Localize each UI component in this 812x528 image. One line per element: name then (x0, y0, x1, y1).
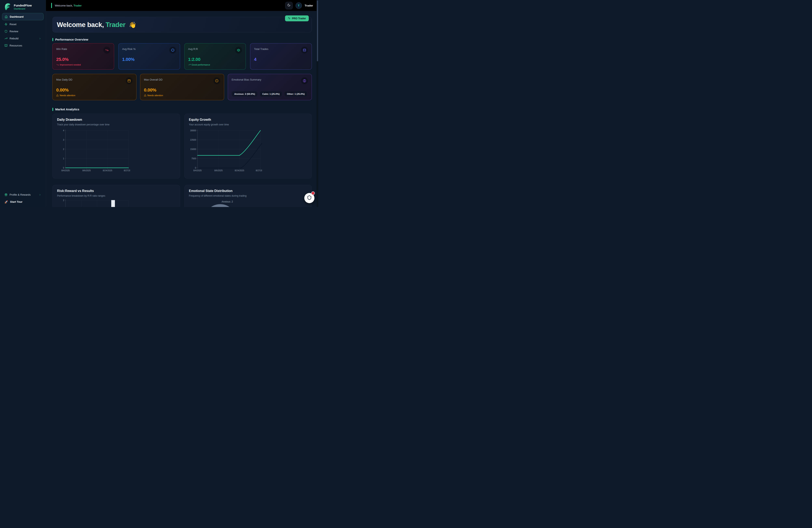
card-top: Max Overall DD (144, 77, 220, 84)
section-performance-overview: Performance Overview (53, 38, 312, 41)
chart-subtitle: Performance breakdown by R:R ratio range… (57, 194, 175, 197)
wave-emoji: 👋 (129, 21, 136, 28)
sidebar-item-label: Reset (10, 23, 16, 26)
svg-text:8/4/2025: 8/4/2025 (61, 169, 70, 172)
kpi-status-text: Needs attention (147, 94, 163, 97)
kpi-label: Max Overall DD (144, 78, 163, 81)
svg-text:15000: 15000 (190, 148, 196, 150)
fundedflow-logo-icon (3, 2, 12, 11)
pro-trader-badge: PRO Trader (285, 15, 309, 21)
equity-growth-line-chart: 8/4/20258/6/20258/24/20258/27/2025075001… (189, 129, 262, 174)
trending-up-icon (4, 37, 8, 40)
sidebar: FundedFlow Dashboard Dashboard Reset (0, 0, 46, 207)
kpi-value: 25.0% (56, 57, 110, 62)
kpi-label: Avg R:R (188, 47, 198, 50)
card-top: Max Daily DD (56, 77, 133, 84)
alert-circle-icon (213, 77, 220, 84)
sidebar-item-label: Start Tour (10, 200, 22, 203)
banner-name: Trader (105, 21, 126, 28)
chart-title: Equity Growth (189, 118, 307, 121)
kpi-card-max-overall-dd: Max Overall DD 0.00% Needs attention (140, 74, 224, 100)
emotional-state-pie-chart (204, 204, 236, 207)
chart-card-daily-drawdown: Daily Drawdown Track your daily drawdown… (53, 114, 180, 179)
alert-triangle-icon (56, 94, 59, 97)
chart-subtitle: Your account equity growth over time (189, 123, 307, 126)
bias-pill-anxious: Anxious: 2 (50.0%) (232, 91, 258, 97)
sidebar-item-rebuild[interactable]: Rebuild (2, 35, 44, 42)
section-market-analytics: Market Analytics (53, 107, 312, 111)
svg-text:8/6/2025: 8/6/2025 (83, 169, 91, 172)
svg-text:8/27/2025: 8/27/2025 (124, 169, 130, 172)
kpi-label: Emotional Bias Summary (232, 78, 261, 81)
card-emotional-bias-summary: Emotional Bias Summary Anxious: 2 (50.0%… (228, 74, 312, 100)
book-open-icon (4, 44, 8, 47)
kpi-status: Needs attention (56, 94, 133, 97)
alert-triangle-icon (144, 94, 146, 97)
svg-text:7500: 7500 (191, 157, 196, 160)
svg-text:1: 1 (63, 157, 64, 160)
target-icon (169, 47, 176, 54)
sidebar-item-start-tour[interactable]: 🚀 Start Tour (2, 199, 44, 205)
welcome-prefix: Welcome back, (55, 4, 73, 7)
svg-text:8/4/2025: 8/4/2025 (193, 169, 202, 172)
theme-toggle-button[interactable] (285, 2, 293, 9)
chart-subtitle: Track your daily drawdown percentage ove… (57, 123, 175, 126)
svg-text:8/6/2025: 8/6/2025 (214, 169, 222, 172)
svg-text:8/24/2025: 8/24/2025 (103, 169, 112, 172)
user-name: Trader (305, 4, 313, 7)
security-fab-button[interactable] (304, 193, 315, 203)
trending-up-icon (188, 63, 191, 66)
svg-text:22500: 22500 (190, 138, 196, 141)
chart-title: Risk:Reward vs Results (57, 189, 175, 193)
brand-name: FundedFlow (14, 4, 32, 7)
section-accent-bar (53, 38, 53, 41)
kpi-card-total-trades: Total Trades 4 (250, 43, 312, 70)
brand-subtitle: Dashboard (14, 8, 32, 10)
sidebar-item-resources[interactable]: Resources (2, 42, 44, 49)
svg-text:3: 3 (63, 138, 64, 141)
kpi-status: Needs attention (144, 94, 220, 97)
section-title: Market Analytics (55, 107, 79, 111)
risk-grid: Max Daily DD 0.00% Needs attention Max O… (53, 74, 312, 100)
sidebar-item-dashboard[interactable]: Dashboard (2, 13, 44, 20)
kpi-value: 1.00% (122, 57, 176, 62)
avatar[interactable]: T (295, 2, 302, 9)
trending-down-icon (56, 63, 59, 66)
card-top: Avg Risk % (122, 47, 176, 54)
pie-slice-label: Anxious: 2 (222, 200, 233, 203)
bias-pill-calm: Calm: 1 (25.0%) (260, 91, 282, 97)
section-accent-bar (53, 108, 53, 111)
kpi-status-text: Improvement needed (60, 63, 81, 66)
card-top: Avg R:R (188, 47, 242, 54)
kpi-card-max-daily-dd: Max Daily DD 0.00% Needs attention (53, 74, 136, 100)
scale-icon (235, 47, 242, 54)
home-icon (5, 15, 8, 18)
kpi-value: 0.00% (56, 87, 133, 93)
rr-results-bar-chart: 2 (57, 199, 130, 207)
banner-prefix: Welcome back, (57, 21, 104, 28)
sidebar-nav: Dashboard Reset Review Rebuild (0, 13, 46, 49)
kpi-card-avg-risk: Avg Risk % 1.00% (118, 43, 180, 70)
chevron-right-icon (39, 37, 41, 40)
sidebar-item-label: Dashboard (10, 15, 24, 18)
sidebar-item-reset[interactable]: Reset (2, 21, 44, 27)
sidebar-item-review[interactable]: Review (2, 28, 44, 34)
kpi-status (122, 63, 176, 66)
scrollbar-thumb[interactable] (317, 0, 318, 61)
sidebar-item-profile-rewards[interactable]: Profile & Rewards (2, 192, 44, 198)
kpi-grid: Win Rate 25.0% Improvement needed Avg Ri… (53, 43, 312, 70)
rocket-icon: 🚀 (4, 200, 8, 204)
pro-badge-label: PRO Trader (292, 17, 306, 20)
chart-title: Daily Drawdown (57, 118, 175, 121)
chart-card-emotional-state: Emotional State Distribution Frequency o… (184, 185, 312, 207)
analytics-row-2: Risk:Reward vs Results Performance break… (53, 185, 312, 207)
kpi-value: 1:2.00 (188, 57, 242, 62)
chart-subtitle: Frequency of different emotional states … (189, 194, 307, 197)
brand-text: FundedFlow Dashboard (14, 4, 32, 10)
avatar-initial: T (298, 4, 300, 7)
page-title: Welcome back, Trader 👋 (57, 21, 136, 29)
topbar-welcome: Welcome back, Trader (55, 4, 82, 7)
chart-card-rr-results: Risk:Reward vs Results Performance break… (53, 185, 180, 207)
chart-card-equity-growth: Equity Growth Your account equity growth… (184, 114, 312, 179)
database-icon (301, 47, 308, 54)
